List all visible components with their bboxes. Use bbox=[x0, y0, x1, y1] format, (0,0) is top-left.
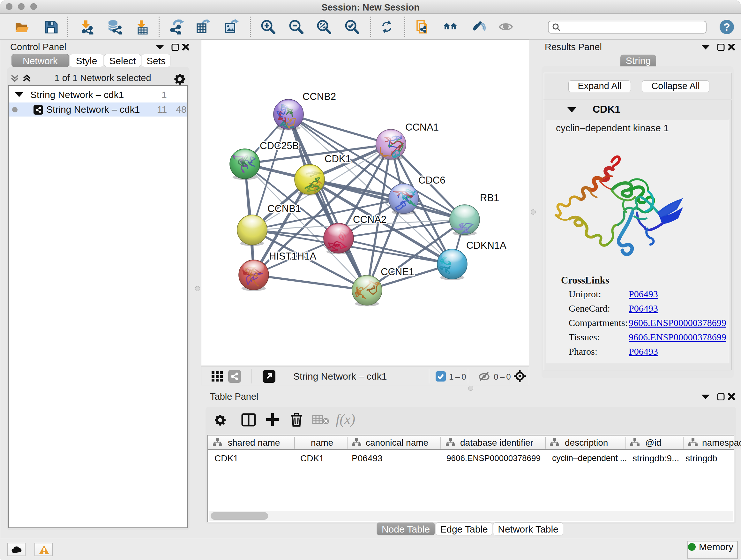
svg-text:RB1: RB1 bbox=[480, 192, 499, 203]
svg-text:CCNE1: CCNE1 bbox=[381, 266, 414, 277]
svg-text:HIST1H1A: HIST1H1A bbox=[269, 251, 316, 262]
svg-text:CCNA2: CCNA2 bbox=[353, 214, 387, 225]
svg-text:CDC6: CDC6 bbox=[418, 175, 445, 186]
svg-text:CDC25B: CDC25B bbox=[260, 140, 299, 151]
svg-text:CDKN1A: CDKN1A bbox=[466, 240, 507, 251]
svg-text:CCNA1: CCNA1 bbox=[405, 122, 439, 133]
svg-text:CDK1: CDK1 bbox=[325, 153, 351, 165]
svg-text:CCNB2: CCNB2 bbox=[302, 91, 336, 102]
svg-text:CCNB1: CCNB1 bbox=[267, 203, 301, 214]
